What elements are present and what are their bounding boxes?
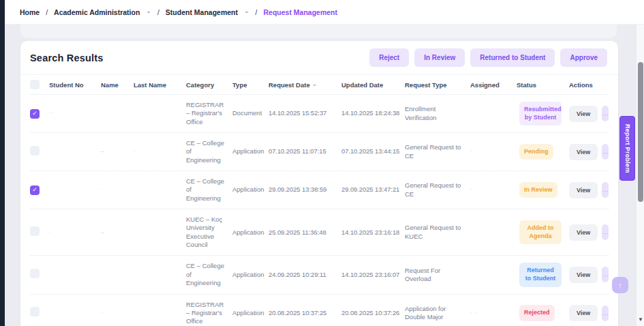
- breadcrumb-separator: /: [256, 8, 258, 16]
- more-actions-button[interactable]: …: [602, 106, 609, 121]
- cell-assigned: ·: [470, 186, 517, 193]
- cell-last-name: ·: [134, 148, 186, 155]
- breadcrumb-item-academic-administration[interactable]: Academic Administration: [54, 8, 140, 16]
- view-button[interactable]: View: [569, 267, 598, 283]
- col-updated-date[interactable]: Updated Date: [341, 81, 405, 89]
- table-body: ✓ ·· REGISTRAR – Registrar's Office Docu…: [30, 94, 609, 326]
- reject-button[interactable]: Reject: [369, 48, 409, 67]
- cell-request-type: General Request to CE: [405, 181, 470, 198]
- row-checkbox[interactable]: [30, 226, 40, 236]
- cell-category: CE – College of Engineering: [186, 262, 232, 287]
- row-checkbox[interactable]: ✓: [30, 109, 40, 119]
- cell-name: ·: [101, 186, 134, 193]
- cell-request-type: General Request to KUEC: [405, 224, 470, 241]
- cell-updated-date: 29.09.2025 13:47:21: [341, 186, 405, 194]
- cell-student-no: ··: [49, 110, 101, 117]
- view-button[interactable]: View: [569, 106, 598, 122]
- cell-actions: View …: [569, 267, 609, 283]
- more-actions-button[interactable]: …: [602, 306, 609, 321]
- scrolled-card-remnant: [20, 25, 617, 38]
- chevron-down-icon[interactable]: ⌄: [244, 8, 249, 14]
- status-badge: Resubmitted by Student: [519, 102, 562, 125]
- cell-type: Application: [232, 147, 269, 155]
- table-row: CE – College of Engineering Application …: [30, 255, 609, 293]
- col-label: Actions: [569, 81, 593, 89]
- breadcrumb-separator: /: [157, 8, 159, 16]
- report-problem-tab[interactable]: Report Problem: [619, 116, 635, 181]
- table-header: Student No Name Last Name Category Type …: [30, 75, 609, 94]
- col-label: Type: [232, 81, 247, 89]
- arrow-up-icon: ↑: [618, 281, 622, 289]
- col-label: Student No: [49, 81, 84, 89]
- more-actions-button[interactable]: …: [602, 224, 609, 240]
- row-checkbox[interactable]: ✓: [30, 186, 40, 195]
- col-label: Request Type: [405, 81, 447, 89]
- cell-actions: View …: [569, 106, 609, 122]
- cell-type: Application: [232, 271, 269, 279]
- view-button[interactable]: View: [569, 144, 598, 160]
- col-name[interactable]: Name: [101, 81, 134, 89]
- cell-status: In Review: [517, 182, 569, 198]
- chevron-down-icon[interactable]: ⌄: [146, 8, 151, 14]
- table-row: – · CE – College of Engineering Applicat…: [30, 132, 609, 171]
- cell-updated-date: 14.10.2025 23:16:18: [341, 228, 405, 237]
- cell-status: Resubmitted by Student: [517, 102, 569, 125]
- cell-status: Rejected: [517, 305, 569, 321]
- cell-updated-date: 20.08.2025 10:37:26: [341, 309, 405, 317]
- col-label: Last Name: [134, 81, 166, 89]
- cell-name: –: [101, 229, 134, 236]
- table-row: · REGISTRAR – Registrar's Office Applica…: [30, 294, 609, 326]
- breadcrumb-bar: Home/Academic Administration⌄/Student Ma…: [5, 0, 644, 25]
- cell-request-date: 14.10.2025 15:52:37: [269, 109, 341, 117]
- breadcrumb-item-student-management[interactable]: Student Management: [166, 8, 238, 16]
- row-checkbox[interactable]: [30, 307, 40, 316]
- scroll-to-top-button[interactable]: ↑: [612, 277, 628, 293]
- view-button[interactable]: View: [569, 305, 598, 321]
- view-button[interactable]: View: [569, 182, 598, 198]
- more-actions-button[interactable]: …: [602, 182, 609, 198]
- breadcrumb-item-request-management[interactable]: Request Management: [263, 8, 337, 16]
- col-request-type[interactable]: Request Type: [405, 81, 470, 89]
- col-label: Name: [101, 81, 119, 89]
- cell-type: Application: [232, 186, 269, 194]
- vertical-scrollbar[interactable]: ▼: [636, 25, 644, 326]
- status-badge: Added to Agenda: [519, 220, 562, 244]
- cell-updated-date: 14.10.2025 18:24:38: [341, 109, 405, 117]
- col-category[interactable]: Category: [186, 81, 232, 89]
- breadcrumb-item-home[interactable]: Home: [20, 8, 40, 16]
- cell-name: –: [101, 148, 134, 155]
- col-label: Category: [186, 81, 214, 89]
- table-row: ✓ · CE – College of Engineering Applicat…: [30, 171, 609, 209]
- returned-to-student-button[interactable]: Returned to Student: [470, 48, 555, 67]
- col-label: Assigned: [470, 81, 500, 89]
- more-actions-button[interactable]: …: [602, 267, 609, 282]
- row-checkbox[interactable]: [30, 146, 40, 155]
- col-student-no[interactable]: Student No: [49, 81, 101, 89]
- cell-category: CE – College of Engineering: [186, 177, 232, 203]
- panel-actions: RejectIn ReviewReturned to StudentApprov…: [369, 48, 607, 67]
- col-status[interactable]: Status: [517, 81, 569, 89]
- cell-status: Pending: [517, 144, 569, 160]
- status-badge: Pending: [519, 144, 553, 160]
- col-last-name[interactable]: Last Name: [134, 81, 186, 89]
- cell-type: Application: [232, 228, 269, 237]
- sort-desc-icon[interactable]: ⌄: [312, 80, 318, 87]
- more-actions-button[interactable]: …: [602, 144, 609, 160]
- search-results-card: Search Results RejectIn ReviewReturned t…: [20, 41, 618, 326]
- view-button[interactable]: View: [569, 224, 598, 241]
- status-badge: Returned to Student: [519, 263, 562, 286]
- cell-status: Returned to Student: [517, 263, 569, 286]
- breadcrumb: Home/Academic Administration⌄/Student Ma…: [20, 8, 337, 16]
- cell-assigned: · ·: [470, 310, 517, 316]
- col-type[interactable]: Type: [232, 81, 269, 89]
- col-request-date[interactable]: Request Date⌄: [269, 81, 341, 89]
- cell-actions: View …: [569, 305, 609, 321]
- row-checkbox[interactable]: [30, 269, 40, 278]
- scrollbar-down-arrow[interactable]: ▼: [637, 316, 644, 323]
- select-all-checkbox[interactable]: [30, 80, 40, 89]
- approve-button[interactable]: Approve: [560, 48, 607, 67]
- cell-name: ·: [101, 310, 134, 316]
- col-assigned[interactable]: Assigned: [470, 81, 517, 89]
- in-review-button[interactable]: In Review: [414, 48, 465, 67]
- scrollbar-thumb[interactable]: [638, 62, 643, 202]
